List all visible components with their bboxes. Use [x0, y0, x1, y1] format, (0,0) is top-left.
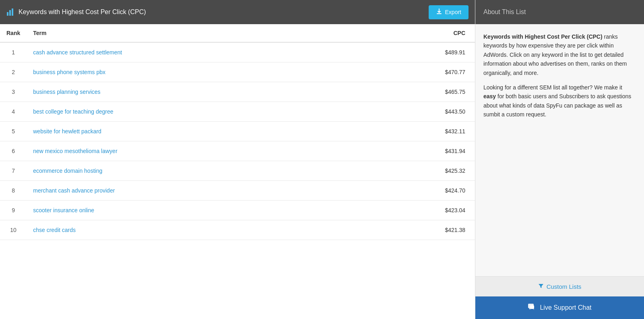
about-paragraph-2: Looking for a different SEM list all tog…	[483, 83, 636, 119]
rank-cell: 4	[0, 102, 27, 122]
cpc-cell: $470.77	[357, 62, 475, 82]
table-container: Rank Term CPC 1cash advance structured s…	[0, 24, 475, 319]
live-support-label: Live Support Chat	[540, 304, 591, 311]
table-row: 7ecommerce domain hosting$425.32	[0, 161, 475, 181]
term-link[interactable]: ecommerce domain hosting	[33, 168, 102, 174]
rank-cell: 9	[0, 201, 27, 220]
term-link[interactable]: business planning services	[33, 89, 100, 95]
rank-cell: 5	[0, 122, 27, 141]
table-row: 5website for hewlett packard$432.11	[0, 122, 475, 141]
table-row: 8merchant cash advance provider$424.70	[0, 181, 475, 201]
about-title: About This List	[483, 8, 526, 16]
term-link[interactable]: best college for teaching degree	[33, 108, 113, 115]
main-panel: Keywords with Highest Cost Per Click (CP…	[0, 0, 475, 319]
keywords-table: Rank Term CPC 1cash advance structured s…	[0, 24, 475, 240]
rank-cell: 10	[0, 220, 27, 240]
term-cell: new mexico mesothelioma lawyer	[27, 141, 357, 161]
col-term: Term	[27, 24, 357, 42]
chat-icon	[528, 303, 536, 313]
export-button[interactable]: Export	[429, 5, 469, 19]
table-row: 9scooter insurance online$423.04	[0, 201, 475, 220]
svg-rect-1	[9, 10, 11, 16]
cpc-cell: $421.38	[357, 220, 475, 240]
col-cpc: CPC	[357, 24, 475, 42]
rank-cell: 7	[0, 161, 27, 181]
export-label: Export	[445, 9, 461, 15]
sidebar: About This List Keywords with Highest Co…	[475, 0, 644, 319]
rank-cell: 6	[0, 141, 27, 161]
term-cell: ecommerce domain hosting	[27, 161, 357, 181]
term-link[interactable]: scooter insurance online	[33, 207, 94, 213]
about-text: Keywords with Highest Cost Per Click (CP…	[483, 32, 636, 119]
svg-rect-2	[12, 8, 13, 16]
svg-marker-7	[533, 309, 534, 310]
col-rank: Rank	[0, 24, 27, 42]
svg-rect-3	[437, 13, 442, 14]
custom-lists-section: Custom Lists	[475, 276, 644, 296]
term-link[interactable]: merchant cash advance provider	[33, 187, 115, 194]
term-link[interactable]: cash advance structured settlement	[33, 49, 122, 56]
term-link[interactable]: website for hewlett packard	[33, 128, 101, 135]
header-title-area: Keywords with Highest Cost Per Click (CP…	[6, 8, 146, 16]
filter-icon	[538, 283, 544, 290]
about-p2-suffix: for both basic users and Subscribers to …	[483, 93, 631, 118]
cpc-cell: $465.75	[357, 82, 475, 102]
cpc-cell: $425.32	[357, 161, 475, 181]
about-bold2: easy	[483, 93, 496, 99]
term-link[interactable]: chse credit cards	[33, 227, 76, 233]
header-bar: Keywords with Highest Cost Per Click (CP…	[0, 0, 475, 24]
bar-chart-icon	[6, 8, 14, 16]
term-cell: merchant cash advance provider	[27, 181, 357, 201]
term-cell: best college for teaching degree	[27, 102, 357, 122]
term-link[interactable]: business phone systems pbx	[33, 69, 105, 75]
sidebar-body: Keywords with Highest Cost Per Click (CP…	[475, 24, 644, 268]
rank-cell: 3	[0, 82, 27, 102]
table-row: 3business planning services$465.75	[0, 82, 475, 102]
table-row: 10chse credit cards$421.38	[0, 220, 475, 240]
term-cell: scooter insurance online	[27, 201, 357, 220]
svg-rect-6	[530, 305, 534, 309]
custom-lists-button[interactable]: Custom Lists	[538, 283, 582, 290]
about-p2-prefix: Looking for a different SEM list all tog…	[483, 84, 622, 91]
term-cell: business phone systems pbx	[27, 62, 357, 82]
term-cell: chse credit cards	[27, 220, 357, 240]
rank-cell: 8	[0, 181, 27, 201]
cpc-cell: $423.04	[357, 201, 475, 220]
cpc-cell: $489.91	[357, 42, 475, 62]
page-title: Keywords with Highest Cost Per Click (CP…	[19, 8, 146, 16]
term-cell: cash advance structured settlement	[27, 42, 357, 62]
cpc-cell: $424.70	[357, 181, 475, 201]
cpc-cell: $431.94	[357, 141, 475, 161]
rank-cell: 1	[0, 42, 27, 62]
svg-rect-0	[7, 12, 8, 16]
live-support-button[interactable]: Live Support Chat	[475, 296, 644, 319]
sidebar-header: About This List	[475, 0, 644, 24]
custom-lists-label: Custom Lists	[547, 283, 582, 290]
about-paragraph-1: Keywords with Highest Cost Per Click (CP…	[483, 32, 636, 77]
table-row: 6new mexico mesothelioma lawyer$431.94	[0, 141, 475, 161]
table-row: 1cash advance structured settlement$489.…	[0, 42, 475, 62]
term-cell: business planning services	[27, 82, 357, 102]
rank-cell: 2	[0, 62, 27, 82]
about-bold: Keywords with Highest Cost Per Click (CP…	[483, 33, 603, 40]
table-header-row: Rank Term CPC	[0, 24, 475, 42]
term-link[interactable]: new mexico mesothelioma lawyer	[33, 148, 117, 154]
table-row: 4best college for teaching degree$443.50	[0, 102, 475, 122]
term-cell: website for hewlett packard	[27, 122, 357, 141]
cpc-cell: $443.50	[357, 102, 475, 122]
table-row: 2business phone systems pbx$470.77	[0, 62, 475, 82]
cpc-cell: $432.11	[357, 122, 475, 141]
export-icon	[436, 8, 442, 16]
